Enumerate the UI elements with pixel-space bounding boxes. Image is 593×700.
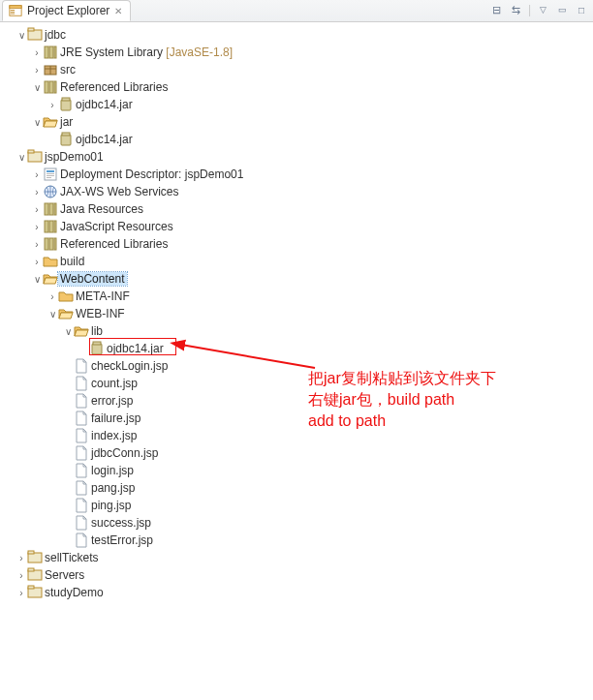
tree-item-jaxws[interactable]: › JAX-WS Web Services [0,183,593,200]
tree-label: Deployment Descriptor: jspDemo01 [58,167,243,181]
project-icon [27,585,43,600]
expand-toggle[interactable]: › [16,552,27,563]
view-menu-button[interactable]: ▽ [535,2,550,17]
file-icon [74,428,89,443]
tree-item-file[interactable]: ›count.jsp [0,375,593,392]
expand-toggle[interactable]: › [31,238,43,250]
tree-label: pang.jsp [89,481,135,495]
tree-item-jsres[interactable]: › JavaScript Resources [0,218,593,235]
maximize-view-button[interactable]: □ [574,2,589,17]
minimize-view-button[interactable]: ▭ [554,2,570,17]
project-icon [27,567,43,583]
tree-item-file[interactable]: ›jdbcConn.jsp [0,444,593,462]
jar-icon [58,97,74,112]
tree-item-metainf[interactable]: › META-INF [0,288,593,305]
expand-toggle[interactable]: › [16,569,27,581]
expand-toggle[interactable]: ∨ [31,116,43,128]
expand-toggle[interactable]: › [31,64,43,76]
library-icon [43,236,58,252]
tree-label: studyDemo [43,586,104,599]
tree-label: ping.jsp [89,499,131,512]
tree-item-lib[interactable]: ∨ lib [0,322,593,340]
tree-item-jar[interactable]: › ojdbc14.jar [0,131,593,148]
expand-toggle[interactable]: › [31,168,43,180]
tree-label: ojdbc14.jar [74,98,133,111]
tree-item-file[interactable]: ›failure.jsp [0,410,593,427]
file-icon [74,515,89,531]
tree-item-file[interactable]: ›success.jsp [0,514,593,532]
tree-item-file[interactable]: ›ping.jsp [0,497,593,514]
tree-item-jar[interactable]: › ojdbc14.jar [0,96,593,113]
expand-toggle[interactable]: ∨ [47,308,58,320]
tree-item-file[interactable]: ›testError.jsp [0,532,593,549]
tree-item-depdesc[interactable]: › Deployment Descriptor: jspDemo01 [0,166,593,183]
view-toolbar: ⊟ ⇆ | ▽ ▭ □ [489,2,589,17]
expand-toggle[interactable]: › [31,46,43,58]
tree-item-webinf[interactable]: ∨ WEB-INF [0,305,593,322]
tree-item-servers[interactable]: › Servers [0,566,593,584]
tree-item-file[interactable]: ›checkLogin.jsp [0,357,593,375]
tree-item-jspdemo01[interactable]: ∨ jspDemo01 [0,148,593,166]
tree-label: jdbcConn.jsp [89,446,158,460]
tree-item-studydemo[interactable]: › studyDemo [0,584,593,601]
project-tree[interactable]: ∨ jdbc › JRE System Library [JavaSE-1.8]… [0,22,593,601]
link-editor-button[interactable]: ⇆ [509,2,524,17]
tree-label: JavaScript Resources [58,220,173,233]
tree-item-file[interactable]: ›error.jsp [0,392,593,410]
expand-toggle[interactable]: ∨ [31,81,43,93]
expand-toggle[interactable]: › [31,186,43,198]
tree-item-file[interactable]: ›pang.jsp [0,479,593,497]
tree-label: jar [58,115,73,129]
tree-label: src [58,63,76,76]
tree-label: lib [89,324,103,338]
jar-icon [89,341,105,356]
tree-item-file[interactable]: ›index.jsp [0,427,593,444]
tree-label-selected: WebContent [58,272,127,286]
file-icon [74,445,89,461]
folder-open-icon [43,271,58,287]
tree-item-src[interactable]: › src [0,61,593,78]
file-icon [74,480,89,496]
deployment-descriptor-icon [43,167,58,182]
expand-toggle[interactable]: › [31,256,43,267]
library-icon [43,219,58,234]
tree-label: login.jsp [89,464,134,477]
tree-item-javares[interactable]: › Java Resources [0,200,593,218]
collapse-all-button[interactable]: ⊟ [489,2,505,17]
expand-toggle[interactable]: ∨ [62,325,74,337]
tree-item-build[interactable]: › build [0,253,593,270]
tree-item-selltickets[interactable]: › sellTickets [0,549,593,566]
tree-item-jdbc[interactable]: ∨ jdbc [0,26,593,44]
file-icon [74,376,89,391]
tree-item-reflib[interactable]: › Referenced Libraries [0,235,593,253]
tree-label: ojdbc14.jar [74,133,133,146]
close-icon[interactable]: ✕ [114,6,122,16]
library-icon [43,45,58,60]
tree-item-jre[interactable]: › JRE System Library [JavaSE-1.8] [0,44,593,61]
expand-toggle[interactable]: › [47,290,58,302]
file-icon [74,358,89,374]
tree-item-webcontent[interactable]: ∨ WebContent [0,270,593,288]
expand-toggle[interactable]: › [31,221,43,232]
expand-toggle[interactable]: › [16,587,27,598]
tree-item-reflib[interactable]: ∨ Referenced Libraries [0,78,593,96]
expand-toggle[interactable]: › [47,99,58,110]
expand-toggle[interactable]: ∨ [16,151,27,163]
tree-label: error.jsp [89,394,133,408]
tree-item-file[interactable]: ›login.jsp [0,462,593,479]
tree-label: failure.jsp [89,411,140,425]
view-tab-project-explorer[interactable]: Project Explorer ✕ [2,0,131,21]
navigator-icon [9,4,22,17]
expand-toggle[interactable]: ∨ [16,29,27,41]
expand-toggle[interactable]: ∨ [31,273,43,285]
file-icon [74,393,89,409]
file-icon [74,411,89,426]
library-icon [43,79,58,95]
library-icon [43,201,58,217]
tree-label: build [58,255,84,268]
tree-item-lib-ojdbc[interactable]: › ojdbc14.jar [0,340,593,357]
tree-label: sellTickets [43,551,99,564]
expand-toggle[interactable]: › [31,203,43,215]
tree-item-jar-folder[interactable]: ∨ jar [0,113,593,131]
tree-label: jspDemo01 [43,150,104,164]
